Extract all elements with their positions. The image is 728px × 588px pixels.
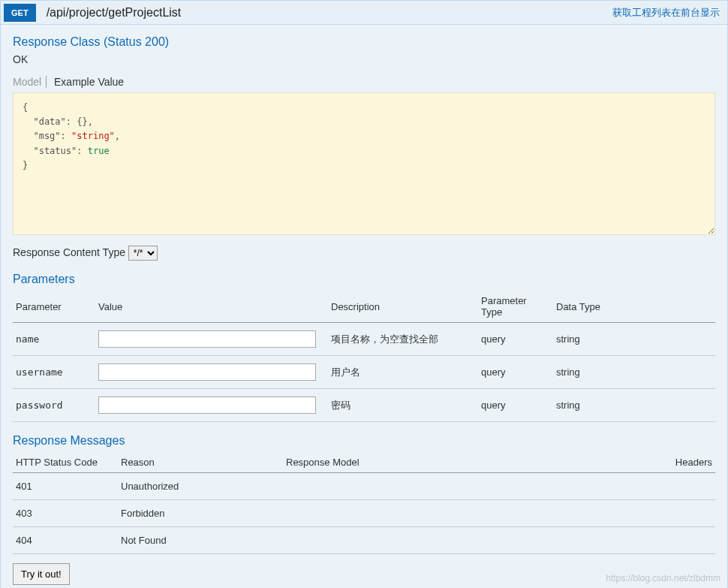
resp-reason: Forbidden: [118, 500, 283, 527]
table-row: 404Not Found: [13, 527, 715, 554]
table-row: name项目名称，为空查找全部querystring: [13, 323, 715, 356]
param-name: password: [13, 389, 95, 422]
param-description: 用户名: [328, 356, 478, 389]
param-header-datatype: Data Type: [553, 291, 715, 323]
response-class-title: Response Class (Status 200): [13, 35, 715, 49]
resp-headers: [564, 527, 715, 554]
try-it-out-button[interactable]: Try it out!: [13, 563, 70, 585]
param-input-username[interactable]: [98, 363, 316, 381]
operation-panel: GET /api/project/getProjectList 获取工程列表在前…: [0, 0, 728, 588]
http-method-badge: GET: [4, 4, 36, 22]
resp-header-headers: Headers: [564, 452, 715, 473]
param-header-name: Parameter: [13, 291, 95, 323]
content-type-select[interactable]: */*: [128, 246, 158, 261]
response-status-text: OK: [13, 53, 715, 65]
param-datatype: string: [553, 389, 715, 422]
response-messages-title: Response Messages: [13, 434, 715, 448]
param-input-name[interactable]: [98, 330, 316, 348]
response-content-type-row: Response Content Type */*: [13, 246, 715, 261]
param-value-cell: [95, 389, 328, 422]
resp-status: 404: [13, 527, 118, 554]
param-name: username: [13, 356, 95, 389]
resp-headers: [564, 473, 715, 500]
parameters-title: Parameters: [13, 273, 715, 286]
param-description: 项目名称，为空查找全部: [328, 323, 478, 356]
param-datatype: string: [553, 356, 715, 389]
resp-reason: Not Found: [118, 527, 283, 554]
parameters-table: Parameter Value Description Parameter Ty…: [13, 291, 715, 422]
json-text: "status":: [23, 146, 88, 156]
table-row: username用户名querystring: [13, 356, 715, 389]
resp-headers: [564, 500, 715, 527]
resp-status: 403: [13, 500, 118, 527]
resp-status: 401: [13, 473, 118, 500]
json-text: true: [88, 146, 110, 156]
endpoint-path: /api/project/getProjectList: [41, 6, 612, 20]
tab-model[interactable]: Model: [13, 76, 47, 88]
content-type-label: Response Content Type: [13, 246, 125, 258]
param-input-password[interactable]: [98, 397, 316, 414]
param-type: query: [478, 389, 553, 422]
param-value-cell: [95, 356, 328, 389]
example-value-box[interactable]: { "data": {}, "msg": "string", "status":…: [13, 92, 715, 235]
param-type: query: [478, 356, 553, 389]
response-messages-table: HTTP Status Code Reason Response Model H…: [13, 452, 715, 554]
resp-header-status: HTTP Status Code: [13, 452, 118, 473]
operation-header[interactable]: GET /api/project/getProjectList 获取工程列表在前…: [1, 1, 727, 25]
table-row: 401Unauthorized: [13, 473, 715, 500]
json-text: {: [23, 102, 28, 113]
param-header-value: Value: [95, 291, 328, 323]
param-header-type: Parameter Type: [478, 291, 553, 323]
schema-tabs: Model Example Value: [13, 76, 715, 88]
param-value-cell: [95, 323, 328, 356]
param-description: 密码: [328, 389, 478, 422]
json-text: "data": {},: [23, 116, 93, 127]
json-text: ,: [115, 131, 120, 141]
resp-model: [283, 500, 564, 527]
json-text: "string": [71, 131, 115, 141]
param-header-description: Description: [328, 291, 478, 323]
resp-header-model: Response Model: [283, 452, 564, 473]
param-datatype: string: [553, 323, 715, 356]
resp-reason: Unauthorized: [118, 473, 283, 500]
resp-model: [283, 473, 564, 500]
table-row: 403Forbidden: [13, 500, 715, 527]
json-text: }: [23, 160, 28, 170]
tab-example-value[interactable]: Example Value: [54, 76, 128, 88]
json-text: "msg":: [23, 131, 71, 141]
operation-body: Response Class (Status 200) OK Model Exa…: [1, 25, 727, 588]
resp-header-reason: Reason: [118, 452, 283, 473]
param-type: query: [478, 323, 553, 356]
table-row: password密码querystring: [13, 389, 715, 422]
param-name: name: [13, 323, 95, 356]
resp-model: [283, 527, 564, 554]
operation-description-link[interactable]: 获取工程列表在前台显示: [612, 6, 727, 20]
